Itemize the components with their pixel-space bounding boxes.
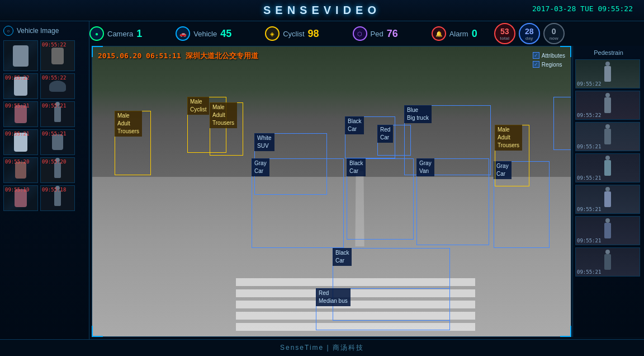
right-thumb-3[interactable]: 09:55:21 [575, 122, 640, 151]
counter2-sub: day [525, 36, 533, 41]
thumbnail-row-6: 09:55:19 09:55:18 [3, 185, 86, 211]
ts-badge-5: 09:55:21 [5, 103, 29, 109]
thumbnail-7[interactable]: 09:55:21 [3, 129, 38, 155]
detection-label-median-bus: RedMedian bus [316, 288, 351, 306]
detection-vehicle-far-right [553, 97, 571, 150]
right-thumb-6[interactable]: 09:55:21 [575, 216, 640, 245]
vehicle-image-title: ○ Vehicle Image [3, 26, 86, 36]
ts-badge-11: 09:55:19 [5, 187, 29, 193]
thumbnail-8[interactable]: 09:55:21 [40, 129, 75, 155]
counter3-sub: now [550, 36, 558, 41]
alarm-value: 0 [472, 28, 477, 40]
stat-alarm: 🔔 Alarm 0 [432, 26, 477, 41]
header: SENSEVIDEO 2017-03-28 TUE 09:55:22 [0, 0, 644, 21]
checkbox-regions[interactable]: ✓ Regions [533, 61, 565, 68]
bottom-bar: SenseTime | 商汤科技 [0, 339, 644, 356]
cyclist-icon: ◈ [265, 26, 280, 41]
cyclist-value: 98 [308, 28, 319, 40]
thumbnail-4[interactable]: 09:55:22 [40, 73, 75, 99]
detection-label-black-car-1: BlackCar [345, 116, 364, 134]
counter3-value: 0 [552, 27, 556, 36]
thumbnail-1[interactable] [3, 40, 38, 71]
ts-badge-2: 09:55:22 [42, 42, 66, 48]
right-thumb-7[interactable]: 09:55:21 [575, 247, 640, 277]
stat-camera: ● Camera 1 [89, 26, 142, 41]
cyclist-label: Cyclist [283, 30, 304, 38]
left-panel: ○ Vehicle Image 09:55:22 09:55:22 [0, 21, 89, 339]
detection-median-bus: RedMedian bus [316, 288, 450, 330]
corner-tr [560, 46, 571, 57]
right-ts-3: 09:55:21 [577, 144, 601, 149]
camera-label: Camera [107, 30, 133, 38]
thumbnail-row-4: 09:55:21 09:55:21 [3, 129, 86, 155]
corner-tl [92, 46, 103, 57]
video-timestamp: 2015.06.20 06:51:11 深圳大道北公交专用道 [98, 51, 258, 61]
ts-badge-9: 09:55:20 [5, 159, 29, 165]
detection-label-big-truck: BlueBig truck [404, 105, 432, 123]
detection-black-car-2: BlackCar [347, 158, 414, 240]
detection-gray-van: GrayVan [416, 158, 489, 245]
stat-cyclist: ◈ Cyclist 98 [265, 26, 319, 41]
stats-bar: ● Camera 1 🚗 Vehicle 45 ◈ Cyclist 98 ⬡ P… [89, 21, 638, 46]
thumbnail-row-2: 09:55:22 09:55:22 [3, 73, 86, 99]
corner-br [560, 326, 571, 337]
checkbox-attributes-box[interactable]: ✓ [533, 52, 539, 59]
right-thumb-5[interactable]: 09:55:21 [575, 185, 640, 214]
thumbnail-12[interactable]: 09:55:18 [40, 185, 75, 211]
vehicle-icon: 🚗 [176, 26, 190, 41]
detection-label-cyclist-1: MaleCyclist [187, 97, 209, 115]
detection-label-gray-car-1: GrayCar [252, 158, 269, 176]
counter1-value: 53 [500, 27, 509, 36]
thumbnail-9[interactable]: 09:55:20 [3, 157, 38, 183]
ts-badge-3: 09:55:22 [5, 75, 29, 81]
main-video: 2015.06.20 06:51:11 深圳大道北公交专用道 ✓ Attribu… [92, 46, 571, 337]
detection-label-ped-2: MaleAdultTrousers [495, 125, 522, 151]
checkbox-regions-label: Regions [542, 62, 562, 68]
detection-label-white-suv: WhiteSUV [254, 133, 274, 151]
ped-icon: ⬡ [353, 26, 367, 41]
right-ts-2: 09:55:22 [577, 113, 601, 118]
right-thumb-1[interactable]: 09:55:22 [575, 59, 640, 88]
ped-label: Ped [371, 30, 383, 38]
right-thumb-4[interactable]: 09:55:21 [575, 153, 640, 182]
detection-ped-2: MaleAdultTrousers [495, 125, 529, 186]
thumbnail-10[interactable]: 09:55:20 [40, 157, 75, 183]
ts-badge-7: 09:55:21 [5, 131, 29, 137]
checkbox-regions-box[interactable]: ✓ [533, 61, 539, 68]
counter-day: 28 day [519, 23, 540, 44]
ts-badge-8: 09:55:21 [42, 131, 66, 137]
alarm-icon: 🔔 [432, 26, 446, 41]
thumbnail-6[interactable]: 09:55:21 [40, 101, 75, 127]
ped-value: 76 [387, 28, 398, 40]
thumbnail-3[interactable]: 09:55:22 [3, 73, 38, 99]
thumbnail-row-5: 09:55:20 09:55:20 [3, 157, 86, 183]
stat-vehicle: 🚗 Vehicle 45 [176, 26, 231, 41]
counter-now: 0 now [543, 23, 565, 44]
vehicle-label: Vehicle [193, 30, 217, 38]
right-panel: Pedestrain 09:55:22 09:55:22 09:55:21 09… [572, 46, 644, 337]
detection-label-cyclist-2: MaleAdultTrousers [210, 102, 237, 128]
detection-ped-1: MaleAdultTrousers [115, 111, 151, 175]
ts-badge-6: 09:55:21 [42, 103, 66, 109]
corner-bl [92, 326, 103, 337]
thumbnail-row-3: 09:55:21 09:55:21 [3, 101, 86, 127]
app-title: SENSEVIDEO [263, 4, 381, 17]
counter-total: 53 total [494, 23, 515, 44]
right-ts-5: 09:55:21 [577, 207, 601, 212]
ts-badge-10: 09:55:20 [42, 159, 66, 165]
detection-gray-car-1: GrayCar [252, 158, 344, 248]
thumbnail-5[interactable]: 09:55:21 [3, 101, 38, 127]
right-ts-1: 09:55:22 [577, 81, 601, 87]
ts-badge-4: 09:55:22 [42, 75, 66, 81]
right-panel-title: Pedestrain [575, 49, 642, 56]
thumbnail-2[interactable]: 09:55:22 [40, 40, 75, 71]
camera-icon: ● [89, 26, 104, 41]
right-thumb-2[interactable]: 09:55:22 [575, 91, 640, 120]
thumbnail-grid: 09:55:22 09:55:22 09:55:22 09:55:21 [3, 40, 86, 211]
ts-badge-12: 09:55:18 [42, 187, 66, 193]
thumbnail-11[interactable]: 09:55:19 [3, 185, 38, 211]
alarm-label: Alarm [449, 30, 468, 38]
detection-label-red-car: RedCar [377, 125, 393, 143]
right-ts-4: 09:55:21 [577, 175, 601, 181]
datetime: 2017-03-28 TUE 09:55:22 [532, 4, 633, 13]
